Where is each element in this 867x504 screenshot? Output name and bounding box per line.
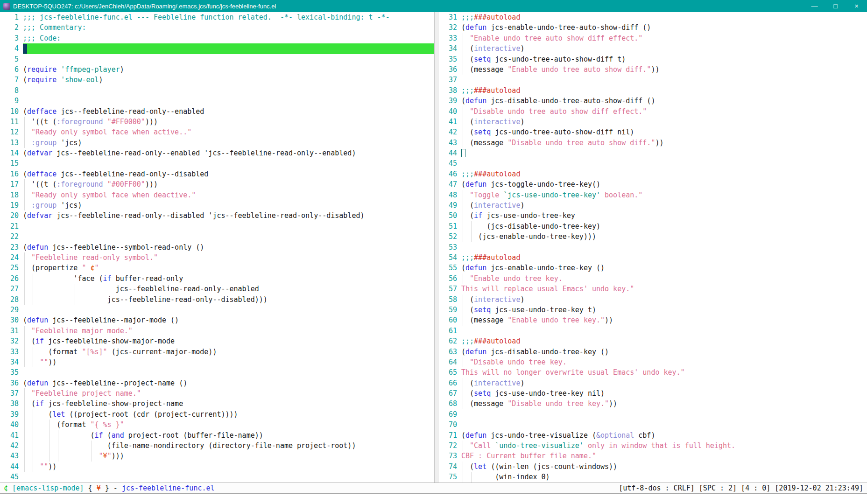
code-line[interactable]: 22 xyxy=(0,231,434,242)
code-line[interactable]: 40 "Disable undo tree auto show diff eff… xyxy=(438,106,867,117)
code-line[interactable]: 26 'face (if buffer-read-only xyxy=(0,273,434,284)
code-line[interactable]: 39(defun jcs-disable-undo-tree-auto-show… xyxy=(438,96,867,106)
code-line[interactable]: 32 (if jcs-feebleline-show-major-mode xyxy=(0,336,434,346)
code-line[interactable]: 55(defun jcs-enable-undo-tree-key () xyxy=(438,263,867,273)
code-line[interactable]: 74 (let ((win-len (jcs-count-windows)) xyxy=(438,462,867,472)
code-line[interactable]: 12 "Ready only symbol face when active..… xyxy=(0,127,434,137)
code-line[interactable]: 11 '((t (:foreground "#FF0000"))) xyxy=(0,117,434,127)
code-line[interactable]: 40 (format "{ %s }" xyxy=(0,420,434,430)
code-line[interactable]: 24 "Feebleline read-only symbol." xyxy=(0,252,434,263)
code-line[interactable]: 49 (interactive) xyxy=(438,200,867,210)
code-line[interactable]: 3;;; Code: xyxy=(0,33,434,43)
window-divider[interactable] xyxy=(434,12,438,483)
code-line[interactable]: 35 (setq jcs-undo-tree-auto-show-diff t) xyxy=(438,54,867,64)
code-line[interactable]: 17 '((t (:foreground "#00FF00"))) xyxy=(0,179,434,189)
code-line[interactable]: 29 xyxy=(0,305,434,315)
code-line[interactable]: 7(require 'show-eol) xyxy=(0,75,434,85)
code-line[interactable]: 44 xyxy=(438,148,867,158)
code-line[interactable]: 67 (setq jcs-use-undo-tree-key nil) xyxy=(438,388,867,399)
code-line[interactable]: 36(defun jcs--feebleline--project-name (… xyxy=(0,378,434,388)
code-line[interactable]: 43 (message "Disable undo tree auto show… xyxy=(438,138,867,148)
code-line[interactable]: 53 xyxy=(438,242,867,252)
code-line[interactable]: 33 (format "[%s]" (jcs-current-major-mod… xyxy=(0,347,434,357)
code-line[interactable]: 36 (message "Enable undo tree auto show … xyxy=(438,64,867,75)
code-line[interactable]: 42 (setq jcs-undo-tree-auto-show-diff ni… xyxy=(438,127,867,137)
code-line[interactable]: 37 xyxy=(438,75,867,85)
code-line[interactable]: 66 (interactive) xyxy=(438,378,867,388)
code-line[interactable]: 52 (jcs-enable-undo-tree-key))) xyxy=(438,231,867,242)
code-line[interactable]: 56 "Enable undo tree key. xyxy=(438,273,867,284)
code-line[interactable]: 18 "Ready only symbol face when deactive… xyxy=(0,190,434,200)
code-line[interactable]: 15 xyxy=(0,158,434,168)
code-line[interactable]: 39 (let ((project-root (cdr (project-cur… xyxy=(0,409,434,420)
code-line[interactable]: 21 xyxy=(0,221,434,231)
code-line[interactable]: 1;;; jcs-feebleline-func.el --- Feebleli… xyxy=(0,12,434,22)
code-line[interactable]: 10(defface jcs--feebleline-read-only--en… xyxy=(0,106,434,117)
code-line[interactable]: 45 xyxy=(0,472,434,482)
code-line[interactable]: 30(defun jcs--feebleline--major-mode () xyxy=(0,315,434,325)
minibuffer[interactable] xyxy=(0,494,867,504)
code-line[interactable]: 14(defvar jcs--feebleline-read-only--ena… xyxy=(0,148,434,158)
code-line[interactable]: 6(require 'ffmpeg-player) xyxy=(0,64,434,75)
code-line[interactable]: 48 "Toggle `jcs-use-undo-tree-key' boole… xyxy=(438,190,867,200)
code-line[interactable]: 28 jcs--feebleline-read-only--disabled))… xyxy=(0,294,434,305)
line-content: jcs--feebleline-read-only--disabled))) xyxy=(23,294,434,305)
code-line[interactable]: 58 (interactive) xyxy=(438,294,867,305)
code-line[interactable]: 71(defun jcs-undo-tree-visualize (&optio… xyxy=(438,430,867,441)
code-line[interactable]: 50 (if jcs-use-undo-tree-key xyxy=(438,210,867,221)
code-line[interactable]: 69 xyxy=(438,409,867,420)
left-window[interactable]: 1;;; jcs-feebleline-func.el --- Feebleli… xyxy=(0,12,434,483)
code-line[interactable]: 32(defun jcs-enable-undo-tree-auto-show-… xyxy=(438,22,867,33)
code-line[interactable]: 8 xyxy=(0,85,434,96)
code-line[interactable]: 64 "Disable undo tree key. xyxy=(438,357,867,367)
code-line[interactable]: 45 xyxy=(438,158,867,168)
code-line[interactable]: 70 xyxy=(438,420,867,430)
code-line[interactable]: 27 jcs--feebleline-read-only--enabled xyxy=(0,284,434,294)
code-line[interactable]: 23(defun jcs--feebleline--symbol-read-on… xyxy=(0,242,434,252)
code-line[interactable]: 57This will replace usual Emacs' undo ke… xyxy=(438,284,867,294)
code-line[interactable]: 46;;;###autoload xyxy=(438,169,867,179)
code-line[interactable]: 60 (message "Enable undo tree key.")) xyxy=(438,315,867,325)
code-token: ( xyxy=(461,128,474,136)
code-line[interactable]: 54;;;###autoload xyxy=(438,252,867,263)
code-line[interactable]: 38;;;###autoload xyxy=(438,85,867,96)
code-line[interactable]: 37 "Feebleline project name." xyxy=(0,388,434,399)
minimize-button[interactable]: — xyxy=(804,0,825,12)
code-line[interactable]: 16(defface jcs--feebleline-read-only--di… xyxy=(0,169,434,179)
code-line[interactable]: 44 "")) xyxy=(0,462,434,472)
code-line[interactable]: 20(defvar jcs--feebleline-read-only--dis… xyxy=(0,210,434,221)
code-line[interactable]: 42 (file-name-nondirectory (directory-fi… xyxy=(0,441,434,451)
code-line[interactable]: 25 (propertize " ¢" xyxy=(0,263,434,273)
code-line[interactable]: 72 "Call `undo-tree-visualize' only in w… xyxy=(438,441,867,451)
code-line[interactable]: 63(defun jcs-disable-undo-tree-key () xyxy=(438,347,867,357)
code-line[interactable]: 35 xyxy=(0,367,434,378)
code-line[interactable]: 75 (win-index 0) xyxy=(438,472,867,482)
code-line[interactable]: 62;;;###autoload xyxy=(438,336,867,346)
code-line[interactable]: 65This will no longer overwrite usual Em… xyxy=(438,367,867,378)
maximize-button[interactable]: □ xyxy=(825,0,846,12)
code-line[interactable]: 59 (setq jcs-use-undo-tree-key t) xyxy=(438,305,867,315)
close-button[interactable]: × xyxy=(846,0,867,12)
code-line[interactable]: 47(defun jcs-toggle-undo-tree-key() xyxy=(438,179,867,189)
code-line[interactable]: 31;;;###autoload xyxy=(438,12,867,22)
code-line[interactable]: 34 "")) xyxy=(0,357,434,367)
code-line[interactable]: 61 xyxy=(438,326,867,336)
code-line[interactable]: 73CBF : Current buffer file name." xyxy=(438,451,867,461)
code-line[interactable]: 43 "¥"))) xyxy=(0,451,434,461)
code-line[interactable]: 5 xyxy=(0,54,434,64)
code-line[interactable]: 19 :group 'jcs) xyxy=(0,200,434,210)
code-line[interactable]: 31 "Feebleline major mode." xyxy=(0,326,434,336)
right-window[interactable]: 31;;;###autoload32(defun jcs-enable-undo… xyxy=(438,12,867,483)
code-line[interactable]: 13 :group 'jcs) xyxy=(0,138,434,148)
code-line[interactable]: 51 (jcs-disable-undo-tree-key) xyxy=(438,221,867,231)
code-line[interactable]: 34 (interactive) xyxy=(438,43,867,54)
code-line[interactable]: 41 (interactive) xyxy=(438,117,867,127)
code-line[interactable]: 33 "Enable undo tree auto show diff effe… xyxy=(438,33,867,43)
code-token: :group xyxy=(31,201,56,210)
code-line[interactable]: 2;;; Commentary: xyxy=(0,22,434,33)
code-line[interactable]: 41 (if (and project-root (buffer-file-na… xyxy=(0,430,434,441)
code-line[interactable]: 38 (if jcs-feebleline-show-project-name xyxy=(0,399,434,409)
code-line[interactable]: 4 xyxy=(0,43,434,54)
code-line[interactable]: 68 (message "Disable undo tree key.")) xyxy=(438,399,867,409)
code-line[interactable]: 9 xyxy=(0,96,434,106)
